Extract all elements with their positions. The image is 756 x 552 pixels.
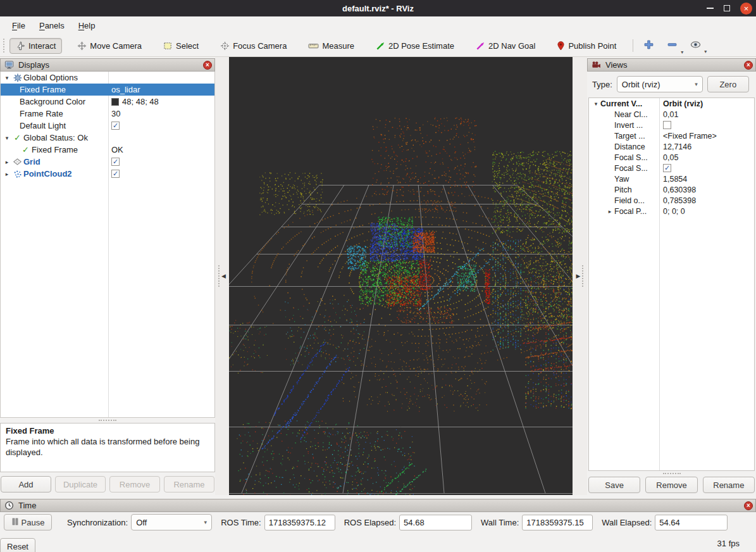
expand-arrow-icon[interactable]: ▾	[592, 101, 600, 107]
pin-icon	[557, 41, 565, 51]
view-row-invert[interactable]: Invert ...	[589, 120, 754, 130]
view-row-near-cl[interactable]: Near Cl...0,01	[589, 109, 754, 120]
tool-publish-point[interactable]: Publish Point	[550, 38, 623, 54]
display-row-background-color[interactable]: Background Color48; 48; 48	[1, 96, 214, 108]
tool-measure[interactable]: Measure	[302, 38, 361, 54]
property-value[interactable]: os_lidar	[111, 85, 140, 94]
collapse-right-arrow-icon[interactable]: ▶	[576, 273, 581, 279]
add-tool-button[interactable]	[640, 37, 658, 54]
property-value[interactable]: <Fixed Frame>	[663, 132, 717, 141]
focus-icon	[220, 41, 230, 51]
close-window-button[interactable]: ×	[740, 3, 752, 15]
minimize-button[interactable]	[707, 8, 714, 9]
tool-select[interactable]: Select	[157, 38, 205, 54]
property-value[interactable]: Orbit (rviz)	[663, 99, 703, 108]
collapse-arrow-icon[interactable]: ▸	[605, 208, 614, 215]
right-dock-splitter[interactable]: ▶	[573, 57, 587, 495]
checkbox[interactable]: ✓	[663, 164, 671, 172]
property-label: Pitch	[614, 185, 632, 194]
display-row-global-options[interactable]: ▾Global Options	[1, 72, 214, 84]
close-views-button[interactable]: ×	[744, 61, 753, 70]
remove-view-button[interactable]: Remove	[645, 477, 697, 493]
property-value[interactable]: 12,7146	[663, 142, 691, 151]
property-value[interactable]: 48; 48; 48	[122, 97, 159, 106]
view-row-pitch[interactable]: Pitch0,630398	[589, 184, 754, 195]
view-type-select[interactable]: Orbit (rviz) ▾	[617, 76, 703, 92]
checkbox[interactable]: ✓	[111, 170, 120, 178]
display-row-fixed-frame[interactable]: ✓Fixed FrameOK	[1, 144, 214, 156]
view-row-focal-p[interactable]: ▸Focal P...0; 0; 0	[589, 206, 754, 216]
displays-panel-header[interactable]: Displays ×	[0, 58, 215, 72]
reset-button[interactable]: Reset	[0, 538, 35, 552]
duplicate-button: Duplicate	[55, 476, 106, 492]
add-button[interactable]: Add	[1, 476, 51, 492]
display-row-default-light[interactable]: Default Light✓	[1, 120, 214, 132]
view-row-current-v[interactable]: ▾Current V...Orbit (rviz)	[589, 98, 754, 109]
tool-move-camera[interactable]: Move Camera	[71, 38, 148, 54]
wall-elapsed-field[interactable]	[655, 515, 728, 530]
display-row-frame-rate[interactable]: Frame Rate30	[1, 108, 214, 120]
menu-help[interactable]: Help	[71, 18, 102, 33]
sync-select[interactable]: Off ▾	[131, 514, 212, 530]
views-splitter[interactable]	[588, 471, 755, 476]
property-value[interactable]: 0,630398	[663, 185, 696, 194]
view-row-focal-s[interactable]: Focal S...0,05	[589, 152, 754, 163]
collapse-left-arrow-icon[interactable]: ◀	[221, 273, 226, 279]
property-value[interactable]: 1,5854	[663, 175, 687, 184]
view-row-field-o[interactable]: Field o...0,785398	[589, 195, 754, 206]
zero-button[interactable]: Zero	[707, 76, 749, 92]
statusbar: Reset 31 fps	[0, 536, 756, 552]
pause-button[interactable]: Pause	[4, 514, 52, 530]
view-row-target[interactable]: Target ...<Fixed Frame>	[589, 130, 754, 141]
views-buttons: SaveRemoveRename	[588, 477, 755, 493]
rename-view-button[interactable]: Rename	[703, 477, 755, 493]
close-displays-button[interactable]: ×	[203, 61, 212, 70]
menu-panels[interactable]: Panels	[32, 18, 71, 33]
display-row-fixed-frame[interactable]: Fixed Frameos_lidar	[1, 84, 214, 96]
rename-button: Rename	[164, 476, 214, 492]
expand-arrow-icon[interactable]: ▾	[3, 135, 11, 141]
property-value[interactable]: 0,01	[663, 110, 678, 119]
collapse-arrow-icon[interactable]: ▸	[3, 159, 11, 165]
tool-label: Select	[176, 41, 199, 51]
property-value[interactable]: 0,785398	[663, 196, 696, 205]
tool-focus-camera[interactable]: Focus Camera	[214, 38, 293, 54]
collapse-arrow-icon[interactable]: ▸	[3, 171, 11, 177]
checkbox[interactable]: ✓	[111, 122, 120, 130]
property-value[interactable]: 30	[111, 109, 120, 118]
display-row-global-status-ok[interactable]: ▾✓Global Status: Ok	[1, 132, 214, 144]
wall-time-field[interactable]	[522, 515, 593, 530]
property-label: Focal S...	[614, 164, 648, 173]
color-swatch[interactable]	[111, 98, 119, 106]
tool-2d-nav-goal[interactable]: 2D Nav Goal	[469, 38, 542, 54]
display-row-pointcloud2[interactable]: ▸PointCloud2✓	[1, 168, 214, 180]
checkbox[interactable]: ✓	[111, 158, 120, 166]
ros-time-field[interactable]	[264, 515, 335, 530]
save-view-button[interactable]: Save	[588, 477, 640, 493]
toolbar-drag-handle[interactable]	[3, 39, 8, 53]
display-row-grid[interactable]: ▸Grid✓	[1, 156, 214, 168]
close-time-button[interactable]: ×	[744, 501, 753, 510]
view-row-focal-s[interactable]: Focal S...✓	[589, 163, 754, 173]
view-row-distance[interactable]: Distance12,7146	[589, 141, 754, 152]
checkbox[interactable]	[663, 121, 671, 129]
remove-tool-button[interactable]: ▾	[663, 37, 681, 54]
3d-viewport[interactable]	[229, 57, 573, 495]
view-row-yaw[interactable]: Yaw1,5854	[589, 173, 754, 184]
displays-splitter[interactable]	[0, 418, 215, 423]
maximize-button[interactable]	[724, 5, 730, 11]
tool-label: Measure	[322, 41, 354, 51]
tool-2d-pose-estimate[interactable]: 2D Pose Estimate	[369, 38, 461, 54]
views-panel-header[interactable]: Views ×	[587, 58, 756, 72]
property-value[interactable]: 0; 0; 0	[663, 207, 685, 216]
left-dock-splitter[interactable]: ◀	[215, 57, 229, 495]
property-value[interactable]: OK	[111, 145, 123, 154]
time-panel-header[interactable]: Time ×	[0, 499, 756, 512]
visibility-button[interactable]: ▾	[686, 38, 705, 53]
tool-interact[interactable]: Interact	[9, 38, 62, 54]
property-value[interactable]: 0,05	[663, 153, 678, 162]
menu-file[interactable]: File	[5, 18, 32, 33]
chevron-down-icon: ▾	[204, 519, 208, 525]
ros-elapsed-field[interactable]	[399, 515, 472, 530]
expand-arrow-icon[interactable]: ▾	[3, 75, 11, 81]
